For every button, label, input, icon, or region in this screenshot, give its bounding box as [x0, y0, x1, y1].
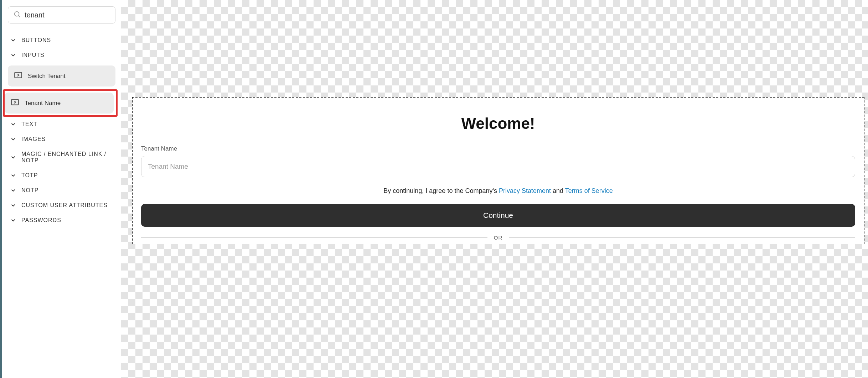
consent-text: By continuing, I agree to the Company's … [141, 187, 855, 195]
component-label: Switch Tenant [28, 73, 66, 80]
chevron-down-icon [10, 217, 16, 224]
chevron-down-icon [10, 202, 16, 209]
chevron-down-icon [10, 187, 16, 194]
input-icon [10, 98, 20, 109]
category-custom-user-attributes[interactable]: Custom User Attributes [8, 198, 115, 213]
continue-button[interactable]: Continue [141, 204, 855, 227]
component-label: Tenant Name [25, 100, 61, 107]
category-buttons[interactable]: Buttons [8, 33, 115, 48]
component-tenant-name[interactable]: Tenant Name [5, 93, 114, 114]
svg-line-1 [19, 16, 20, 17]
divider-line [509, 237, 855, 238]
design-canvas[interactable]: Welcome! Tenant Name By continuing, I ag… [121, 0, 868, 378]
category-images[interactable]: Images [8, 132, 115, 147]
consent-prefix: By continuing, I agree to the Company's [383, 187, 499, 194]
category-label: Text [21, 121, 37, 127]
category-label: Passwords [21, 217, 61, 224]
search-input[interactable] [25, 11, 110, 19]
chevron-down-icon [10, 52, 16, 58]
form-card[interactable]: Welcome! Tenant Name By continuing, I ag… [132, 97, 864, 244]
category-inputs[interactable]: Inputs [8, 48, 115, 63]
chevron-down-icon [10, 121, 16, 127]
component-sidebar: Buttons Inputs Switch Tenant Tenant Name [0, 0, 121, 378]
category-label: NOTP [21, 187, 38, 194]
category-notp[interactable]: NOTP [8, 183, 115, 198]
tenant-name-label: Tenant Name [141, 145, 855, 152]
or-divider: OR [141, 235, 855, 241]
category-label: Images [21, 136, 46, 142]
category-totp[interactable]: TOTP [8, 168, 115, 183]
chevron-down-icon [10, 154, 16, 161]
page-title: Welcome! [141, 115, 855, 132]
tenant-name-input[interactable] [141, 156, 855, 177]
svg-rect-2 [15, 72, 22, 78]
privacy-statement-link[interactable]: Privacy Statement [499, 187, 551, 194]
category-label: Custom User Attributes [21, 202, 108, 209]
consent-mid: and [551, 187, 565, 194]
category-text[interactable]: Text [8, 117, 115, 132]
chevron-down-icon [10, 136, 16, 142]
input-icon [14, 70, 23, 82]
category-passwords[interactable]: Passwords [8, 213, 115, 228]
category-label: Buttons [21, 37, 51, 43]
search-input-wrap[interactable] [8, 6, 115, 23]
chevron-down-icon [10, 172, 16, 179]
selected-component-highlight: Tenant Name [3, 89, 118, 117]
terms-of-service-link[interactable]: Terms of Service [565, 187, 613, 194]
svg-rect-3 [11, 99, 19, 105]
divider-line [141, 237, 487, 238]
category-label: TOTP [21, 172, 38, 179]
search-icon [13, 10, 21, 20]
svg-point-0 [15, 12, 19, 16]
chevron-down-icon [10, 37, 16, 43]
divider-label: OR [494, 235, 503, 241]
category-label: Inputs [21, 52, 45, 58]
category-label: Magic / Enchanted Link / NOTP [21, 151, 113, 164]
category-magic-link[interactable]: Magic / Enchanted Link / NOTP [8, 147, 115, 168]
component-switch-tenant[interactable]: Switch Tenant [8, 65, 115, 86]
